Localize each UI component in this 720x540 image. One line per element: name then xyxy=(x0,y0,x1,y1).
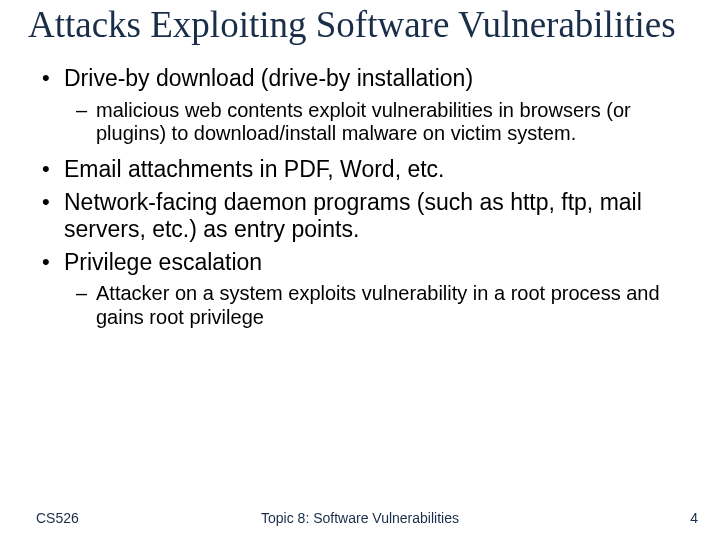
bullet-text: Attacker on a system exploits vulnerabil… xyxy=(96,282,660,328)
slide: Attacks Exploiting Software Vulnerabilit… xyxy=(0,4,720,540)
slide-body: Drive-by download (drive-by installation… xyxy=(34,65,686,329)
footer-center: Topic 8: Software Vulnerabilities xyxy=(0,510,720,526)
bullet-level1: Email attachments in PDF, Word, etc. xyxy=(34,156,686,183)
bullet-text: Email attachments in PDF, Word, etc. xyxy=(64,156,445,182)
bullet-level1: Network-facing daemon programs (such as … xyxy=(34,189,686,243)
bullet-level2: malicious web contents exploit vulnerabi… xyxy=(34,99,686,146)
footer-page-number: 4 xyxy=(690,510,698,526)
bullet-text: Network-facing daemon programs (such as … xyxy=(64,189,642,242)
slide-title: Attacks Exploiting Software Vulnerabilit… xyxy=(28,4,720,45)
bullet-text: Privilege escalation xyxy=(64,249,262,275)
bullet-text: Drive-by download (drive-by installation… xyxy=(64,65,473,91)
bullet-level1: Privilege escalation xyxy=(34,249,686,276)
bullet-level1: Drive-by download (drive-by installation… xyxy=(34,65,686,92)
bullet-level2: Attacker on a system exploits vulnerabil… xyxy=(34,282,686,329)
bullet-text: malicious web contents exploit vulnerabi… xyxy=(96,99,631,145)
